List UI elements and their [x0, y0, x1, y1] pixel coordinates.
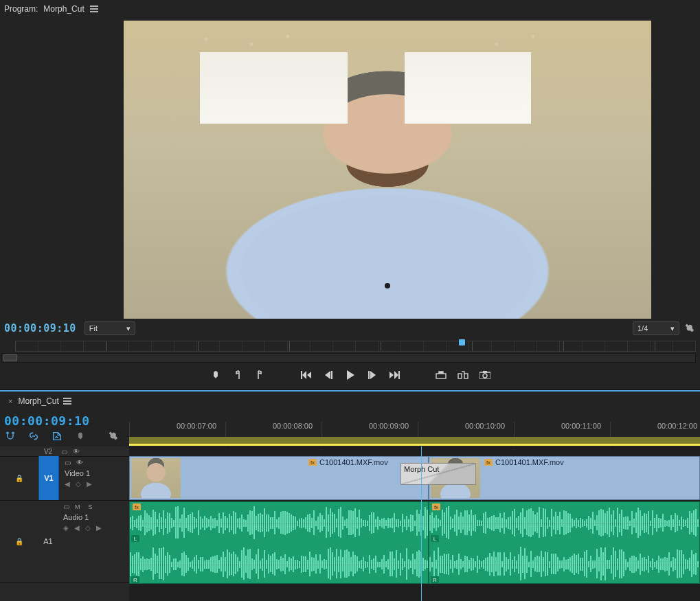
lift-button[interactable] [435, 369, 447, 381]
svg-rect-16 [464, 374, 468, 378]
channel-l-badge: L [431, 535, 439, 542]
prev-keyframe-icon[interactable]: ◀ [65, 480, 70, 488]
program-mini-playhead[interactable] [459, 339, 465, 345]
svg-rect-0 [90, 5, 98, 7]
eye-icon[interactable]: 👁 [70, 448, 82, 455]
svg-rect-9 [368, 371, 370, 379]
track-name-v1: Video 1 [65, 469, 124, 477]
settings-icon[interactable] [684, 322, 696, 334]
next-keyframe-icon[interactable]: ▶ [96, 524, 102, 532]
mark-in-button[interactable] [232, 369, 244, 381]
mark-out-button[interactable] [253, 369, 266, 381]
linked-selection-icon[interactable] [27, 430, 40, 442]
ruler-label: 00:00:10:00 [465, 422, 505, 430]
channel-r-badge: R [131, 576, 139, 583]
play-button[interactable] [344, 369, 357, 381]
audio-clip-left[interactable]: fx L R [129, 501, 429, 584]
svg-rect-21 [63, 400, 71, 402]
panel-menu-icon[interactable] [90, 5, 98, 12]
close-tab-icon[interactable]: × [8, 397, 12, 405]
go-to-out-button[interactable] [388, 369, 400, 381]
program-timecode-row: 00:00:09:10 Fit ▾ 1/4 ▾ [4, 321, 696, 335]
svg-rect-20 [63, 398, 71, 399]
lav-mic [385, 283, 390, 288]
program-label-prefix: Program: [4, 4, 38, 14]
lock-icon[interactable]: 🔒 [15, 475, 23, 482]
svg-rect-22 [63, 403, 71, 405]
prev-keyframe-icon[interactable]: ◀ [74, 524, 80, 532]
program-sequence-name: Morph_Cut [43, 4, 84, 14]
ruler-label: 00:00:08:00 [273, 422, 313, 430]
timeline-tracks: V2 ▭ 👁 🔒 V1 ▭ 👁 Video 1 ◀ ◇ [0, 446, 700, 601]
toggle-sync-lock-icon[interactable]: ▭ [58, 448, 70, 455]
program-scrub-handle[interactable] [3, 354, 17, 361]
solo-toggle[interactable]: S [89, 503, 93, 510]
toggle-sync-lock-icon[interactable]: ▭ [65, 459, 71, 466]
chevron-down-icon: ▾ [670, 324, 675, 333]
playback-resolution-select[interactable]: 1/4 ▾ [633, 321, 679, 335]
morph-cut-transition[interactable]: Morph Cut [400, 463, 476, 485]
track-header-v1[interactable]: 🔒 V1 ▭ 👁 Video 1 ◀ ◇ ▶ [0, 456, 129, 501]
timeline-tab[interactable]: × Morph_Cut [3, 394, 77, 408]
svg-marker-8 [347, 370, 354, 380]
svg-rect-2 [90, 11, 98, 12]
program-timecode[interactable]: 00:00:09:10 [4, 322, 76, 334]
svg-rect-1 [90, 8, 98, 10]
timeline-tool-row [4, 430, 120, 442]
next-keyframe-icon[interactable]: ▶ [87, 480, 92, 488]
panel-menu-icon[interactable] [63, 398, 71, 405]
fx-badge-icon: fx [133, 503, 141, 510]
timeline-tab-name: Morph_Cut [18, 396, 58, 406]
timeline-panel: × Morph_Cut 00:00:09:10 00:00:07:00 00: [0, 390, 700, 601]
in-out-range[interactable] [129, 437, 700, 444]
timeline-marker-icon[interactable] [74, 430, 87, 442]
svg-marker-5 [307, 372, 311, 378]
toggle-sync-lock-icon[interactable]: ▭ [63, 503, 69, 510]
channel-r-badge: R [431, 576, 439, 583]
track-header-a1[interactable]: 🔒 A1 ▭ M S Audio 1 ◈ ◀ ◇ ▶ [0, 500, 129, 583]
eye-icon[interactable]: 👁 [76, 459, 83, 466]
svg-rect-18 [483, 371, 487, 373]
add-marker-button[interactable] [210, 369, 222, 381]
track-header-v2[interactable]: V2 ▭ 👁 [0, 446, 129, 457]
svg-rect-15 [458, 374, 462, 378]
track-name-a1: Audio 1 [63, 513, 124, 521]
timeline-playhead[interactable] [421, 446, 422, 601]
export-frame-button[interactable] [479, 369, 491, 381]
video-clip-left[interactable]: fx C1001401.MXF.mov [129, 456, 429, 500]
render-bar [129, 444, 700, 446]
add-marker-icon[interactable] [51, 430, 63, 442]
mute-toggle[interactable]: M [75, 503, 80, 510]
timeline-settings-icon[interactable] [107, 430, 120, 442]
fx-badge-icon: fx [484, 459, 493, 466]
playback-resolution-value: 1/4 [637, 324, 648, 332]
go-to-in-button[interactable] [300, 369, 313, 381]
ruler-label: 00:00:09:00 [369, 422, 409, 430]
ruler-label: 00:00:07:00 [177, 422, 216, 430]
track-v2-label: V2 [38, 448, 58, 455]
lock-icon[interactable]: 🔒 [15, 538, 23, 545]
timeline-clip-area[interactable]: fx C1001401.MXF.mov fx C1001401.MXF.mov … [129, 446, 700, 601]
program-monitor-viewport[interactable] [124, 21, 651, 319]
zoom-level-select[interactable]: Fit ▾ [84, 321, 135, 335]
keyframe-diamond-icon[interactable]: ◈ [63, 524, 69, 532]
track-target-a1[interactable]: A1 [38, 500, 58, 582]
program-scrub-bar[interactable] [1, 353, 696, 363]
track-header-column: V2 ▭ 👁 🔒 V1 ▭ 👁 Video 1 ◀ ◇ [0, 446, 130, 601]
keyframe-diamond-icon[interactable]: ◇ [76, 480, 81, 488]
step-back-button[interactable] [322, 369, 335, 381]
snap-toggle-icon[interactable] [4, 430, 16, 442]
extract-button[interactable] [457, 369, 469, 381]
keyframe-diamond-icon[interactable]: ◇ [85, 524, 91, 532]
audio-clip-right[interactable]: fx L R [429, 501, 700, 584]
timeline-ruler-labels: 00:00:07:00 00:00:08:00 00:00:09:00 00:0… [129, 422, 700, 434]
svg-marker-4 [302, 371, 306, 379]
program-mini-ruler[interactable] [15, 341, 696, 352]
svg-marker-12 [394, 371, 398, 379]
clip-name: C1001401.MXF.mov [319, 458, 388, 466]
video-frame [124, 21, 651, 319]
step-forward-button[interactable] [366, 369, 379, 381]
timeline-timecode[interactable]: 00:00:09:10 [4, 413, 90, 428]
svg-rect-14 [436, 374, 446, 378]
track-target-v1[interactable]: V1 [38, 456, 59, 500]
